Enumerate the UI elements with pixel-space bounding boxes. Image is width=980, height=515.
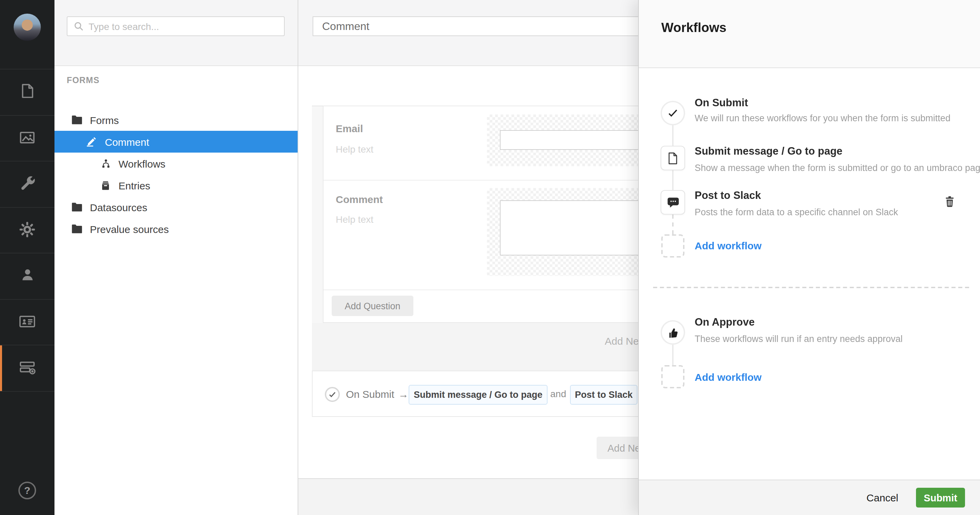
fields-card: Email Help text Comment Help text Add Qu…: [323, 105, 638, 323]
field-label: Comment: [336, 193, 383, 205]
tree-section-label: FORMS: [67, 76, 99, 85]
add-workflow-placeholder[interactable]: [661, 365, 684, 388]
section-users[interactable]: [0, 253, 54, 299]
check-circle-icon: [660, 101, 685, 125]
tree-item-label: Forms: [90, 114, 119, 126]
workflow-chip-post-to-slack[interactable]: Post to Slack: [570, 385, 638, 405]
add-new-page-button[interactable]: Add New: [605, 335, 638, 347]
search-input[interactable]: [89, 21, 278, 32]
workflow-connector: [672, 125, 673, 146]
tree-top-band: [54, 0, 298, 66]
media-picture-icon: [18, 128, 36, 149]
editor-top-band: [298, 0, 638, 66]
field-divider: [323, 290, 638, 290]
field-help-text: Help text: [336, 144, 374, 155]
workflow-connector: [672, 170, 673, 190]
tree-item-datasources[interactable]: Datasources: [54, 196, 298, 218]
document-icon: [660, 146, 685, 170]
tree-item-label: Entries: [118, 180, 150, 191]
workflow-item-title: Submit message / Go to page: [695, 145, 842, 157]
folder-icon: [71, 202, 83, 212]
forms-box-add-icon: [18, 358, 36, 378]
folder-icon: [71, 115, 83, 125]
comment-field-preview-textarea[interactable]: [500, 200, 638, 255]
add-workflow-placeholder[interactable]: [661, 234, 684, 257]
add-workflow-link[interactable]: Add workflow: [695, 371, 762, 383]
field-label: Email: [336, 123, 363, 134]
sitemap-icon: [99, 158, 112, 169]
tree-item-comment[interactable]: Comment: [54, 131, 298, 153]
panel-footer: Cancel Submit: [639, 480, 980, 515]
section-settings[interactable]: [0, 207, 54, 254]
folder-icon: [71, 224, 83, 234]
edit-pencil-icon: [86, 136, 98, 147]
form-editor-canvas: Email Help text Comment Help text Add Qu…: [298, 0, 638, 515]
user-icon: [19, 266, 36, 286]
gear-icon: [18, 220, 36, 241]
tree-item-label: Prevalue sources: [90, 223, 169, 235]
user-avatar[interactable]: [14, 14, 41, 41]
rail-divider: [0, 391, 54, 392]
section-developer[interactable]: [0, 161, 54, 207]
thumbs-up-icon: [660, 320, 685, 345]
cancel-button[interactable]: Cancel: [867, 492, 898, 504]
arrow-right-icon: →: [398, 388, 409, 400]
page-band: Add New: [312, 323, 638, 371]
workflow-item-description: Show a message when the form is submitte…: [695, 163, 980, 173]
on-submit-summary-row: On Submit → Submit message / Go to page …: [312, 371, 638, 417]
section-media[interactable]: [0, 115, 54, 161]
tree-item-entries[interactable]: Entries: [54, 174, 298, 196]
workflow-connector: [672, 345, 673, 365]
on-submit-text: On Submit: [346, 388, 394, 400]
member-card-icon: [18, 313, 36, 333]
on-approve-description: These workflows will run if an entry nee…: [695, 334, 903, 344]
tree-item-label: Workflows: [118, 158, 165, 169]
submit-button[interactable]: Submit: [916, 488, 965, 507]
workflow-item-description: Posts the form data to a specific channe…: [695, 207, 898, 217]
panel-header: Workflows: [639, 0, 980, 68]
on-submit-description: We will run these workflows for you when…: [695, 113, 950, 123]
add-workflow-link[interactable]: Add workflow: [695, 240, 762, 251]
panel-title: Workflows: [661, 21, 726, 35]
archive-icon: [99, 180, 112, 190]
email-field-preview-input[interactable]: [500, 130, 638, 150]
app-rail: ?: [0, 0, 54, 515]
tree-panel: FORMS Forms Comment Workflows Entries: [54, 0, 298, 515]
on-submit-label: On Submit →: [346, 371, 409, 416]
tree-item-forms[interactable]: Forms: [54, 109, 298, 131]
workflow-item-title: Post to Slack: [695, 190, 761, 202]
tree-item-prevalue-sources[interactable]: Prevalue sources: [54, 218, 298, 240]
section-members[interactable]: [0, 299, 54, 345]
tree-item-workflows[interactable]: Workflows: [54, 153, 298, 174]
section-divider: [653, 287, 969, 288]
add-new-form-button[interactable]: Add New: [597, 437, 638, 459]
editor-footer-band: [298, 478, 638, 515]
field-help-text: Help text: [336, 214, 374, 225]
on-submit-title: On Submit: [695, 97, 748, 109]
tree-item-label: Comment: [105, 136, 149, 147]
workflows-panel: Workflows On Submit We will run these wo…: [638, 0, 980, 515]
document-icon: [19, 83, 36, 102]
section-forms[interactable]: [0, 345, 54, 391]
speech-bubble-icon: [660, 190, 685, 215]
search-box: [67, 16, 285, 36]
workflow-chip-submit-message[interactable]: Submit message / Go to page: [409, 385, 547, 405]
wrench-icon: [19, 175, 35, 194]
section-content[interactable]: [0, 69, 54, 115]
field-divider: [323, 180, 638, 180]
search-icon: [73, 21, 84, 31]
on-approve-title: On Approve: [695, 316, 754, 328]
workflow-connector-dashed: [672, 215, 673, 234]
check-circle-icon: [325, 387, 340, 402]
help-icon[interactable]: ?: [18, 482, 36, 499]
trash-icon[interactable]: [945, 196, 955, 208]
add-question-button[interactable]: Add Question: [332, 296, 414, 316]
tree-item-label: Datasources: [90, 201, 147, 213]
umbraco-backoffice: ? FORMS Forms Comment: [0, 0, 980, 515]
form-title-input[interactable]: [313, 16, 638, 36]
conjunction-text: and: [550, 371, 566, 416]
